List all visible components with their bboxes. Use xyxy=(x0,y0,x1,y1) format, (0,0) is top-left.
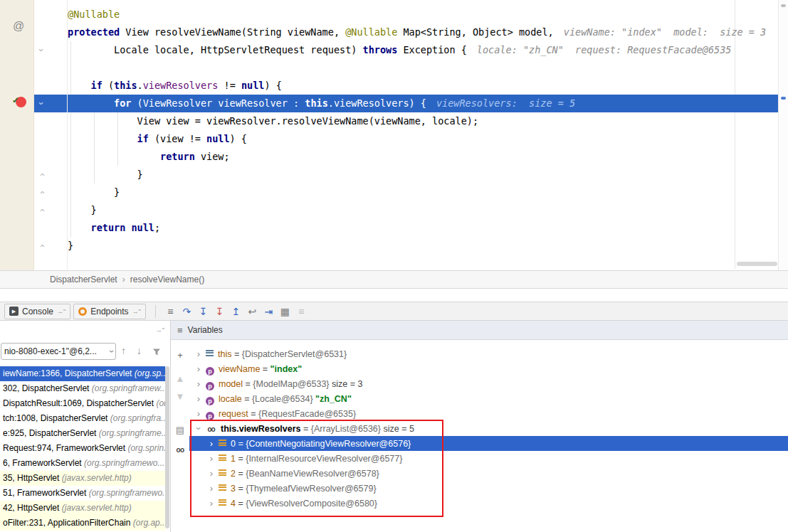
scroll-down-icon[interactable]: ▼ xyxy=(171,390,189,404)
frame-location: DispatchResult:1069, DispatcherServlet xyxy=(3,398,156,408)
tree-chevron-icon[interactable]: › xyxy=(206,466,216,481)
tree-chevron-icon[interactable]: › xyxy=(194,376,204,391)
filter-icon[interactable] xyxy=(152,346,161,359)
variable-row[interactable]: ›1 = {InternalResourceViewResolver@6577} xyxy=(189,451,788,466)
step-into-icon[interactable]: ↧ xyxy=(195,304,211,319)
code-line[interactable] xyxy=(68,59,788,77)
stack-frame[interactable]: e:925, DispatcherServlet (org.springfram… xyxy=(0,426,165,441)
code-line[interactable]: @Nullable xyxy=(68,6,788,23)
stack-frame[interactable]: tch:1008, DispatcherServlet (org.springf… xyxy=(0,411,165,426)
tab-console[interactable]: ▶ Console →" xyxy=(4,304,70,319)
frame-location: 51, FrameworkServlet xyxy=(3,488,89,498)
variable-name: this.viewResolvers xyxy=(221,424,301,434)
code-line[interactable]: Locale locale, HttpServletRequest reques… xyxy=(68,41,788,59)
stack-frame[interactable]: oFilter:231, ApplicationFilterChain (org… xyxy=(0,516,165,531)
annotation-at-icon[interactable]: @ xyxy=(13,20,24,33)
fold-marker-icon[interactable]: › xyxy=(33,206,51,216)
tree-chevron-icon[interactable]: › xyxy=(194,361,204,376)
duplicate-icon[interactable]: ▤ xyxy=(171,423,189,437)
variable-row[interactable]: ›pmodel = {ModelMap@6533} size = 3 xyxy=(189,376,788,391)
variable-row[interactable]: ›pviewName = "index" xyxy=(189,361,788,376)
code-line[interactable]: } xyxy=(68,166,788,183)
run-to-cursor-icon[interactable]: ⇥ xyxy=(261,304,277,319)
frame-location: 302, DispatcherServlet xyxy=(3,383,92,393)
tab-arrow-icon: →" xyxy=(132,308,141,315)
tree-chevron-icon[interactable]: › xyxy=(194,406,204,421)
panel-pin-icon[interactable]: →" xyxy=(156,326,164,334)
step-out-icon[interactable]: ↥ xyxy=(228,304,244,319)
stack-frame[interactable]: 6, FrameworkServlet (org.springframewo..… xyxy=(0,456,165,471)
tree-chevron-icon[interactable]: › xyxy=(206,481,216,496)
variable-size-label: size = 3 xyxy=(330,379,363,389)
breadcrumb-class[interactable]: DispatcherServlet xyxy=(50,275,117,284)
ide-debug-window: @Nullableprotected View resolveViewName(… xyxy=(0,0,788,532)
frames-scrollbar[interactable] xyxy=(165,366,169,528)
stack-frame[interactable]: iewName:1366, DispatcherServlet (org.sp.… xyxy=(0,366,165,381)
tree-chevron-icon[interactable]: › xyxy=(206,451,216,466)
array-icon xyxy=(219,499,226,506)
variable-value: {DispatcherServlet@6531} xyxy=(242,349,347,359)
variable-row[interactable]: ›0 = {ContentNegotiatingViewResolver@657… xyxy=(189,436,788,451)
variable-row[interactable]: ›plocale = {Locale@6534} "zh_CN" xyxy=(189,391,788,406)
stack-frame[interactable]: 35, HttpServlet (javax.servlet.http) xyxy=(0,471,165,486)
variable-row[interactable]: ›this = {DispatcherServlet@6531} xyxy=(189,346,788,361)
code-line[interactable]: if (view != null) { xyxy=(68,130,788,148)
array-icon xyxy=(219,484,226,491)
mute-breakpoints-icon[interactable]: ≡ xyxy=(293,304,310,319)
code-area[interactable]: @Nullableprotected View resolveViewName(… xyxy=(68,6,788,255)
code-line[interactable]: } xyxy=(68,183,788,201)
code-line[interactable]: return view; xyxy=(68,148,788,166)
code-line[interactable]: } xyxy=(68,237,788,255)
scroll-up-icon[interactable]: ▲ xyxy=(171,372,189,386)
stack-frame[interactable]: 302, DispatcherServlet (org.springframew… xyxy=(0,381,165,396)
stack-frame[interactable]: 51, FrameworkServlet (org.springframewo.… xyxy=(0,486,165,501)
editor-vertical-scrollbar[interactable] xyxy=(778,0,788,270)
code-token: if xyxy=(137,133,149,144)
drop-frame-icon[interactable]: ↩ xyxy=(244,304,261,319)
stack-frame[interactable]: 42, HttpServlet (javax.servlet.http) xyxy=(0,501,165,516)
variable-row[interactable]: ›3 = {ThymeleafViewResolver@6579} xyxy=(189,481,788,496)
add-watch-icon[interactable]: + xyxy=(171,349,189,363)
code-line[interactable]: protected View resolveViewName(String vi… xyxy=(68,23,788,41)
code-line[interactable]: return null; xyxy=(68,219,788,237)
watches-toggle-icon[interactable]: oo xyxy=(171,443,189,457)
breakpoint-icon[interactable]: ✓ xyxy=(16,97,26,107)
tab-endpoints[interactable]: Endpoints →" xyxy=(73,304,146,319)
variable-row[interactable]: ›oothis.viewResolvers = {ArrayList@6536}… xyxy=(189,421,788,436)
code-editor[interactable]: @Nullableprotected View resolveViewName(… xyxy=(0,0,788,270)
variable-row[interactable]: ›4 = {ViewResolverComposite@6580} xyxy=(189,496,788,511)
thread-selector[interactable]: nio-8080-exec-1"@6,2... › xyxy=(1,343,116,360)
restore-layout-icon[interactable]: ≡ xyxy=(162,304,179,319)
fold-marker-icon[interactable]: › xyxy=(33,46,51,55)
stack-frame[interactable]: DispatchResult:1069, DispatcherServlet (… xyxy=(0,396,165,411)
tree-chevron-icon[interactable]: › xyxy=(206,436,216,451)
variables-menu-icon[interactable]: ≡ xyxy=(177,325,183,336)
code-line[interactable]: View view = viewResolver.resolveViewName… xyxy=(68,112,788,130)
tree-chevron-icon[interactable]: › xyxy=(206,496,216,511)
value-icon xyxy=(206,350,214,357)
fold-marker-icon[interactable]: › xyxy=(33,99,51,109)
code-line[interactable]: if (this.viewResolvers != null) { xyxy=(68,77,788,95)
force-step-into-icon[interactable]: ↧ xyxy=(211,304,228,319)
fold-marker-icon[interactable]: › xyxy=(33,241,51,251)
previous-frame-icon[interactable]: ↑ xyxy=(121,345,126,356)
code-line[interactable]: for (ViewResolver viewResolver : this.vi… xyxy=(33,95,788,112)
code-token: Locale locale, HttpServletRequest reques… xyxy=(114,44,363,55)
stack-frame[interactable]: Request:974, FrameworkServlet (org.sprin… xyxy=(0,441,165,456)
fold-marker-icon[interactable]: › xyxy=(33,188,51,198)
tree-chevron-icon[interactable]: › xyxy=(194,391,204,406)
editor-horizontal-scrollbar[interactable] xyxy=(737,262,777,266)
fold-marker-icon[interactable]: › xyxy=(33,170,51,180)
variable-row[interactable]: ›prequest = {RequestFacade@6535} xyxy=(189,406,788,421)
frame-package: (javax.servlet.http) xyxy=(62,503,132,513)
code-line[interactable]: } xyxy=(68,201,788,219)
next-frame-icon[interactable]: ↓ xyxy=(137,345,142,356)
step-over-icon[interactable]: ↷ xyxy=(179,304,195,319)
tree-chevron-icon[interactable]: › xyxy=(191,424,206,434)
breadcrumb-method[interactable]: resolveViewName() xyxy=(130,275,204,284)
tree-chevron-icon[interactable]: › xyxy=(194,346,204,361)
variable-row[interactable]: ›2 = {BeanNameViewResolver@6578} xyxy=(189,466,788,481)
variable-name: locale xyxy=(219,394,242,404)
layout-grid-icon[interactable]: ▦ xyxy=(277,304,293,319)
code-token: @Nullable xyxy=(68,9,120,20)
